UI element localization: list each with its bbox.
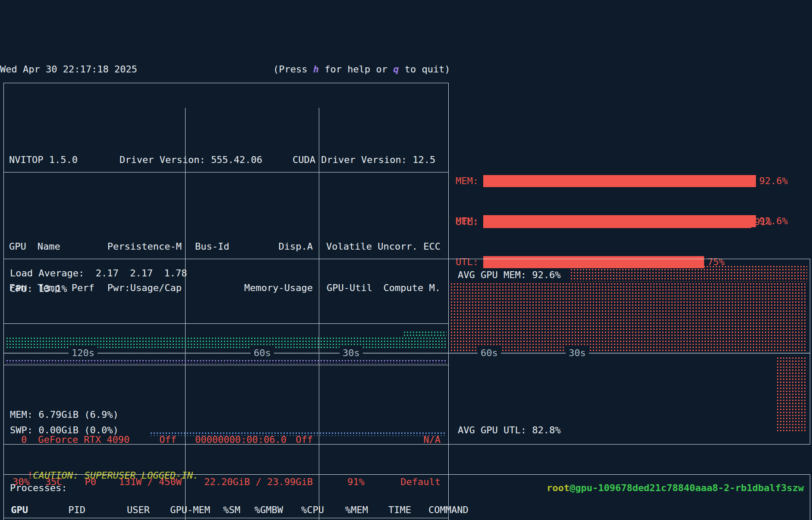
cuda-version: CUDA Driver Version: 12.5 bbox=[293, 153, 435, 166]
col-pid: PID bbox=[28, 504, 85, 517]
gpu0-mem-bar-row: MEM: 92.6% bbox=[456, 175, 806, 188]
axis-label-60s: 60s bbox=[251, 347, 274, 360]
col-gpu: GPU bbox=[4, 504, 28, 517]
avg-gpu-utl: AVG GPU UTL: 82.8% bbox=[458, 424, 560, 437]
col-cpu: %CPU bbox=[283, 504, 324, 517]
axis-label-30s: 30s bbox=[340, 347, 363, 360]
gpu-mem-history-graph-top bbox=[570, 265, 807, 282]
col-gpu-mem: GPU-MEM bbox=[150, 504, 210, 517]
axis-label-120s: 120s bbox=[69, 347, 98, 360]
history-panel-divider bbox=[448, 259, 449, 445]
col-ecc: Volatile Uncorr. ECC bbox=[326, 240, 441, 253]
cpu-usage: CPU: 13.1% bbox=[10, 282, 67, 295]
cpu-history-graph-peak bbox=[403, 331, 447, 338]
avg-gpu-mem: AVG GPU MEM: 92.6% bbox=[458, 269, 560, 282]
username: root bbox=[547, 482, 570, 493]
col-user: USER bbox=[100, 504, 150, 517]
col-sm: %SM bbox=[210, 504, 240, 517]
col-bus-id: Bus-Id bbox=[195, 240, 229, 253]
gpu1-mem-bar-row: MEM: 92.6% bbox=[456, 215, 806, 228]
processes-title: Processes: bbox=[10, 482, 67, 495]
hostname: @gpu-109678ded21c78840aaa8-2-rb1dbalf3sz… bbox=[570, 482, 804, 493]
help-text-post: to quit) bbox=[399, 64, 450, 75]
gpu0-mem-bar: 92.6% bbox=[483, 175, 777, 188]
top-status-bar: Wed Apr 30 22:17:18 2025 (Press h for he… bbox=[0, 63, 812, 78]
mem-usage: MEM: 6.79GiB (6.9%) bbox=[10, 408, 119, 421]
axis-label-60s-right: 60s bbox=[478, 347, 501, 360]
gpu1-mem-bar-value: 92.6% bbox=[759, 215, 788, 228]
col-gmbw: %GMBW bbox=[240, 504, 283, 517]
nvitop-terminal: Wed Apr 30 22:17:18 2025 (Press h for he… bbox=[0, 60, 812, 520]
col-disp-a: Disp.A bbox=[279, 240, 313, 253]
gpu-utl-history-graph bbox=[776, 357, 807, 432]
swp-usage: SWP: 0.00GiB (0.0%) bbox=[10, 424, 119, 437]
user-host: root@gpu-109678ded21c78840aaa8-2-rb1dbal… bbox=[547, 482, 804, 495]
help-hint: (Press h for help or q to quit) bbox=[273, 63, 450, 76]
gpu0-mem-bar-value: 92.6% bbox=[759, 175, 788, 188]
col-time: TIME bbox=[368, 504, 411, 517]
time-axis bbox=[4, 353, 810, 354]
gpu-mem-history-graph bbox=[450, 282, 807, 352]
process-panel: Processes: root@gpu-109678ded21c78840aaa… bbox=[3, 474, 810, 520]
col-name: Name bbox=[38, 240, 60, 253]
driver-version: Driver Version: 555.42.06 bbox=[120, 153, 262, 166]
col-mem: %MEM bbox=[324, 504, 368, 517]
device-header-row-1: GPU Name Persistence-M Bus-Id Disp.A Vol… bbox=[4, 239, 448, 254]
clock-datetime: Wed Apr 30 22:17:18 2025 bbox=[0, 63, 137, 76]
swp-history-line bbox=[150, 432, 447, 436]
load-average: Load Average: 2.17 2.17 1.78 bbox=[10, 267, 187, 280]
process-table-header: GPU PID USER GPU-MEM %SM %GMBW %CPU %MEM… bbox=[4, 502, 810, 518]
header-col-3: Volatile Uncorr. ECC bbox=[319, 240, 448, 253]
help-text-mid: for help or bbox=[319, 64, 393, 75]
mem-bar-label: MEM: bbox=[456, 215, 483, 228]
help-key-h: h bbox=[313, 64, 319, 75]
header-col-1: GPU Name Persistence-M bbox=[4, 240, 185, 253]
gpu1-mem-bar: 92.6% bbox=[483, 215, 777, 228]
mem-bar-label: MEM: bbox=[456, 175, 483, 188]
help-text-pre: (Press bbox=[273, 64, 313, 75]
nvitop-version: NVITOP 1.5.0 bbox=[9, 153, 78, 166]
history-panel: Load Average: 2.17 2.17 1.78 CPU: 13.1% … bbox=[3, 259, 810, 445]
header-col-2: Bus-Id Disp.A bbox=[185, 240, 319, 253]
help-key-q: q bbox=[393, 64, 399, 75]
gpu0-mem-bar-fill bbox=[483, 175, 756, 187]
col-command: COMMAND bbox=[428, 504, 469, 517]
col-gpu: GPU bbox=[9, 240, 26, 253]
gpu1-mem-bar-fill bbox=[483, 215, 756, 227]
device-panel-title-row: NVITOP 1.5.0 Driver Version: 555.42.06 C… bbox=[4, 148, 448, 172]
col-persistence: Persistence-M bbox=[107, 240, 182, 253]
axis-label-30s-right: 30s bbox=[566, 347, 589, 360]
mem-history-line bbox=[6, 359, 447, 363]
